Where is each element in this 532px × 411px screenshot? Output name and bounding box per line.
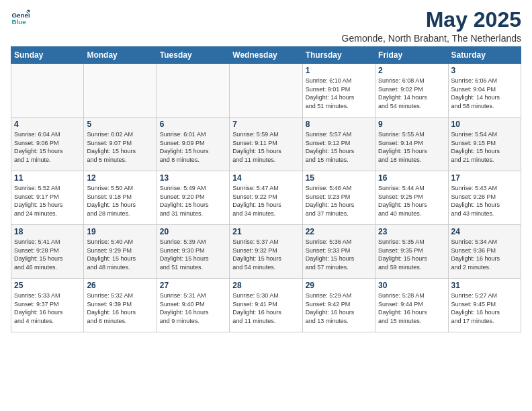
day-number: 21 bbox=[232, 227, 299, 236]
day-cell: 29Sunrise: 5:29 AM Sunset: 9:42 PM Dayli… bbox=[302, 279, 375, 332]
day-number: 31 bbox=[451, 281, 518, 290]
header: General Blue May 2025 Gemonde, North Bra… bbox=[11, 8, 521, 44]
day-info: Sunrise: 6:01 AM Sunset: 9:09 PM Dayligh… bbox=[160, 130, 226, 164]
day-info: Sunrise: 6:06 AM Sunset: 9:04 PM Dayligh… bbox=[451, 77, 518, 110]
day-cell: 16Sunrise: 5:44 AM Sunset: 9:25 PM Dayli… bbox=[375, 171, 448, 225]
day-cell: 18Sunrise: 5:41 AM Sunset: 9:28 PM Dayli… bbox=[11, 225, 84, 279]
day-number: 1 bbox=[306, 66, 372, 75]
day-number: 27 bbox=[160, 281, 226, 290]
day-cell: 31Sunrise: 5:27 AM Sunset: 9:45 PM Dayli… bbox=[448, 279, 521, 332]
day-number: 3 bbox=[451, 66, 518, 75]
week-row-4: 18Sunrise: 5:41 AM Sunset: 9:28 PM Dayli… bbox=[11, 225, 521, 279]
day-cell: 3Sunrise: 6:06 AM Sunset: 9:04 PM Daylig… bbox=[448, 64, 521, 118]
day-info: Sunrise: 5:34 AM Sunset: 9:36 PM Dayligh… bbox=[451, 238, 518, 271]
svg-text:Blue: Blue bbox=[11, 18, 26, 26]
day-info: Sunrise: 6:10 AM Sunset: 9:01 PM Dayligh… bbox=[306, 77, 372, 110]
day-cell: 1Sunrise: 6:10 AM Sunset: 9:01 PM Daylig… bbox=[302, 64, 375, 118]
header-row: Sunday Monday Tuesday Wednesday Thursday… bbox=[11, 47, 521, 64]
col-saturday: Saturday bbox=[448, 47, 521, 64]
day-info: Sunrise: 5:27 AM Sunset: 9:45 PM Dayligh… bbox=[451, 291, 518, 325]
day-info: Sunrise: 6:04 AM Sunset: 9:06 PM Dayligh… bbox=[14, 130, 81, 164]
day-number: 4 bbox=[14, 120, 81, 129]
day-number: 22 bbox=[306, 227, 372, 236]
col-wednesday: Wednesday bbox=[230, 47, 302, 64]
day-info: Sunrise: 5:43 AM Sunset: 9:26 PM Dayligh… bbox=[451, 184, 518, 218]
day-info: Sunrise: 5:29 AM Sunset: 9:42 PM Dayligh… bbox=[306, 291, 372, 325]
day-info: Sunrise: 6:08 AM Sunset: 9:02 PM Dayligh… bbox=[378, 77, 445, 110]
day-cell bbox=[84, 64, 157, 118]
day-info: Sunrise: 5:36 AM Sunset: 9:33 PM Dayligh… bbox=[306, 238, 372, 271]
day-cell: 22Sunrise: 5:36 AM Sunset: 9:33 PM Dayli… bbox=[302, 225, 375, 279]
day-number: 28 bbox=[232, 281, 299, 290]
day-number: 26 bbox=[87, 281, 153, 290]
day-cell: 20Sunrise: 5:39 AM Sunset: 9:30 PM Dayli… bbox=[157, 225, 229, 279]
day-number: 20 bbox=[160, 227, 226, 236]
day-info: Sunrise: 5:55 AM Sunset: 9:14 PM Dayligh… bbox=[378, 130, 445, 164]
col-monday: Monday bbox=[84, 47, 157, 64]
day-info: Sunrise: 6:02 AM Sunset: 9:07 PM Dayligh… bbox=[87, 130, 153, 164]
day-cell: 24Sunrise: 5:34 AM Sunset: 9:36 PM Dayli… bbox=[448, 225, 521, 279]
day-number: 19 bbox=[87, 227, 153, 236]
day-info: Sunrise: 5:35 AM Sunset: 9:35 PM Dayligh… bbox=[378, 238, 445, 271]
logo: General Blue bbox=[11, 8, 30, 27]
col-tuesday: Tuesday bbox=[157, 47, 229, 64]
day-number: 15 bbox=[306, 173, 372, 183]
day-cell: 4Sunrise: 6:04 AM Sunset: 9:06 PM Daylig… bbox=[11, 118, 84, 171]
day-cell: 9Sunrise: 5:55 AM Sunset: 9:14 PM Daylig… bbox=[375, 118, 448, 171]
day-cell: 8Sunrise: 5:57 AM Sunset: 9:12 PM Daylig… bbox=[302, 118, 375, 171]
day-number: 14 bbox=[232, 173, 299, 183]
day-cell: 14Sunrise: 5:47 AM Sunset: 9:22 PM Dayli… bbox=[230, 171, 302, 225]
week-row-5: 25Sunrise: 5:33 AM Sunset: 9:37 PM Dayli… bbox=[11, 279, 521, 332]
title-block: May 2025 Gemonde, North Brabant, The Net… bbox=[342, 8, 521, 44]
day-cell bbox=[230, 64, 302, 118]
day-cell bbox=[11, 64, 84, 118]
day-cell: 13Sunrise: 5:49 AM Sunset: 9:20 PM Dayli… bbox=[157, 171, 229, 225]
day-number: 9 bbox=[378, 120, 445, 129]
day-cell: 23Sunrise: 5:35 AM Sunset: 9:35 PM Dayli… bbox=[375, 225, 448, 279]
day-cell: 2Sunrise: 6:08 AM Sunset: 9:02 PM Daylig… bbox=[375, 64, 448, 118]
day-cell: 28Sunrise: 5:30 AM Sunset: 9:41 PM Dayli… bbox=[230, 279, 302, 332]
day-number: 7 bbox=[232, 120, 299, 129]
day-number: 10 bbox=[451, 120, 518, 129]
day-cell bbox=[157, 64, 229, 118]
day-number: 25 bbox=[14, 281, 81, 290]
day-number: 30 bbox=[378, 281, 445, 290]
day-info: Sunrise: 5:40 AM Sunset: 9:29 PM Dayligh… bbox=[87, 238, 153, 271]
day-cell: 21Sunrise: 5:37 AM Sunset: 9:32 PM Dayli… bbox=[230, 225, 302, 279]
subtitle: Gemonde, North Brabant, The Netherlands bbox=[342, 33, 521, 44]
day-info: Sunrise: 5:39 AM Sunset: 9:30 PM Dayligh… bbox=[160, 238, 226, 271]
day-cell: 5Sunrise: 6:02 AM Sunset: 9:07 PM Daylig… bbox=[84, 118, 157, 171]
day-info: Sunrise: 5:54 AM Sunset: 9:15 PM Dayligh… bbox=[451, 130, 518, 164]
month-title: May 2025 bbox=[342, 8, 521, 32]
day-info: Sunrise: 5:50 AM Sunset: 9:18 PM Dayligh… bbox=[87, 184, 153, 218]
day-cell: 26Sunrise: 5:32 AM Sunset: 9:39 PM Dayli… bbox=[84, 279, 157, 332]
day-number: 16 bbox=[378, 173, 445, 183]
day-info: Sunrise: 5:52 AM Sunset: 9:17 PM Dayligh… bbox=[14, 184, 81, 218]
day-number: 6 bbox=[160, 120, 226, 129]
col-friday: Friday bbox=[375, 47, 448, 64]
col-sunday: Sunday bbox=[11, 47, 84, 64]
day-number: 13 bbox=[160, 173, 226, 183]
logo-icon: General Blue bbox=[11, 8, 30, 27]
day-cell: 10Sunrise: 5:54 AM Sunset: 9:15 PM Dayli… bbox=[448, 118, 521, 171]
day-info: Sunrise: 5:33 AM Sunset: 9:37 PM Dayligh… bbox=[14, 291, 81, 325]
day-info: Sunrise: 5:30 AM Sunset: 9:41 PM Dayligh… bbox=[232, 291, 299, 325]
day-number: 5 bbox=[87, 120, 153, 129]
day-info: Sunrise: 5:49 AM Sunset: 9:20 PM Dayligh… bbox=[160, 184, 226, 218]
day-cell: 30Sunrise: 5:28 AM Sunset: 9:44 PM Dayli… bbox=[375, 279, 448, 332]
day-cell: 25Sunrise: 5:33 AM Sunset: 9:37 PM Dayli… bbox=[11, 279, 84, 332]
day-cell: 27Sunrise: 5:31 AM Sunset: 9:40 PM Dayli… bbox=[157, 279, 229, 332]
day-cell: 15Sunrise: 5:46 AM Sunset: 9:23 PM Dayli… bbox=[302, 171, 375, 225]
day-number: 24 bbox=[451, 227, 518, 236]
day-number: 11 bbox=[14, 173, 81, 183]
day-cell: 6Sunrise: 6:01 AM Sunset: 9:09 PM Daylig… bbox=[157, 118, 229, 171]
day-cell: 12Sunrise: 5:50 AM Sunset: 9:18 PM Dayli… bbox=[84, 171, 157, 225]
day-number: 8 bbox=[306, 120, 372, 129]
calendar-table: Sunday Monday Tuesday Wednesday Thursday… bbox=[11, 46, 521, 332]
day-info: Sunrise: 5:47 AM Sunset: 9:22 PM Dayligh… bbox=[232, 184, 299, 218]
day-number: 23 bbox=[378, 227, 445, 236]
week-row-1: 1Sunrise: 6:10 AM Sunset: 9:01 PM Daylig… bbox=[11, 64, 521, 118]
day-info: Sunrise: 5:57 AM Sunset: 9:12 PM Dayligh… bbox=[306, 130, 372, 164]
day-number: 12 bbox=[87, 173, 153, 183]
col-thursday: Thursday bbox=[302, 47, 375, 64]
